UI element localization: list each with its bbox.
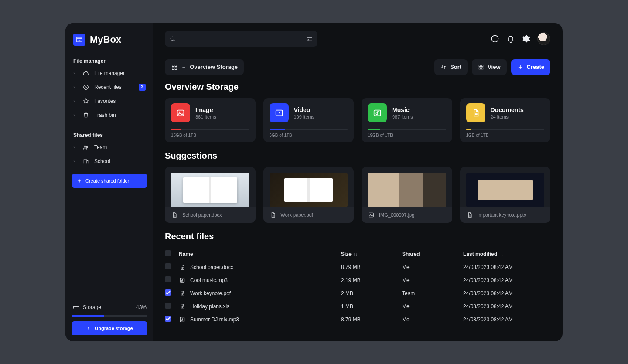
row-checkbox[interactable] (165, 289, 171, 296)
row-checkbox[interactable] (165, 276, 171, 282)
file-modified: 24/08/2023 08:42 AM (463, 316, 550, 323)
grid-icon (171, 64, 178, 71)
breadcrumb-sep: – (182, 64, 185, 70)
svg-rect-12 (481, 65, 483, 67)
suggestion-cards: School paper.docx Work paper.pdf IMG_000… (165, 167, 550, 223)
col-name[interactable]: Name↑↓ (179, 251, 341, 257)
sidebar-item-school[interactable]: › School (72, 155, 147, 168)
view-button[interactable]: View (472, 59, 506, 75)
search-input[interactable] (181, 35, 302, 42)
file-icon (368, 211, 375, 218)
sidebar-item-recent-files[interactable]: › Recent files 2 (72, 81, 147, 94)
grid-icon (478, 64, 484, 70)
file-size: 8.79 MB (341, 316, 402, 323)
table-row[interactable]: Work keynote.pdf 2 MB Team 24/08/2023 08… (165, 287, 550, 300)
row-checkbox[interactable] (165, 263, 171, 269)
suggestion-card[interactable]: Work paper.pdf (263, 167, 354, 223)
alert-icon[interactable] (490, 34, 500, 44)
suggestion-card[interactable]: Important keynote.pptx (460, 167, 551, 223)
file-icon (179, 264, 186, 271)
file-icon (270, 211, 276, 218)
row-checkbox[interactable] (165, 303, 171, 309)
table-row[interactable]: Holiday plans.xls 1 MB Me 24/08/2023 08:… (165, 300, 550, 313)
brand-icon (73, 34, 85, 46)
card-usage-bar (368, 129, 446, 130)
suggestion-card[interactable]: IMG_000007.jpg (362, 167, 452, 223)
card-usage-text: 19GB of 1TB (368, 133, 446, 138)
col-size[interactable]: Size↑↓ (341, 251, 402, 257)
storage-card[interactable]: Video 109 items 6GB of 1TB (263, 98, 354, 142)
brand-title: MyBox (90, 34, 121, 45)
file-icon (179, 290, 186, 297)
sidebar-item-favorites[interactable]: › Favorites (72, 95, 147, 108)
storage-summary: Storage 43% (72, 302, 147, 313)
svg-point-4 (310, 37, 311, 38)
table-row[interactable]: Cool music.mp3 2.19 MB Me 24/08/2023 08:… (165, 274, 550, 287)
create-button[interactable]: Create (511, 59, 550, 75)
storage-card[interactable]: Music 987 items 19GB of 1TB (362, 98, 452, 142)
file-name: School paper.docx (190, 264, 233, 270)
svg-rect-19 (369, 213, 374, 217)
select-all-checkbox[interactable] (165, 250, 171, 256)
card-icon (171, 103, 190, 122)
suggestion-thumbnail (368, 173, 446, 207)
card-usage-bar (171, 129, 249, 130)
file-icon (179, 316, 186, 323)
sidebar-item-label: Trash bin (94, 112, 116, 118)
sidebar-item-file-manager[interactable]: › File manager (72, 67, 147, 80)
card-title: Documents (491, 106, 524, 113)
sidebar-item-label: Team (94, 144, 107, 150)
gear-icon[interactable] (522, 34, 531, 44)
toolbar: – Overview Storage Sort View Create (165, 59, 550, 75)
card-icon (466, 103, 485, 122)
create-shared-folder-button[interactable]: Create shared folder (72, 174, 147, 188)
nav-shared: › Team › School (72, 141, 147, 168)
row-checkbox[interactable] (165, 316, 171, 322)
button-label: Create shared folder (85, 178, 129, 184)
storage-bar (72, 315, 147, 317)
chevron-right-icon: › (73, 99, 78, 103)
card-title: Video (294, 106, 315, 113)
nav-file-manager: › File manager › Recent files 2 › Favori… (72, 67, 147, 122)
overview-heading: Overview Storage (165, 82, 550, 92)
svg-rect-9 (172, 68, 174, 69)
sort-button[interactable]: Sort (434, 59, 468, 75)
svg-rect-15 (177, 110, 184, 116)
suggestion-name: IMG_000007.jpg (379, 212, 414, 218)
suggestion-card[interactable]: School paper.docx (165, 167, 256, 223)
svg-point-5 (308, 39, 309, 41)
overview-cards: Image 361 items 15GB of 1TB Video 109 it… (165, 98, 550, 142)
chevron-right-icon: › (73, 145, 78, 150)
building-icon (82, 157, 90, 165)
svg-rect-13 (479, 68, 481, 69)
search-box[interactable] (165, 31, 317, 47)
badge-count: 2 (139, 84, 146, 91)
suggestion-thumbnail (171, 173, 249, 207)
bell-icon[interactable] (506, 34, 515, 44)
breadcrumb[interactable]: – Overview Storage (165, 59, 244, 75)
svg-rect-7 (172, 65, 174, 66)
svg-rect-8 (175, 65, 177, 66)
card-icon (368, 103, 387, 122)
file-size: 1 MB (341, 303, 402, 310)
sidebar-item-trash-bin[interactable]: › Trash bin (72, 109, 147, 122)
file-name: Holiday plans.xls (190, 303, 229, 310)
recent-heading: Recent files (165, 231, 550, 242)
avatar[interactable] (537, 32, 550, 45)
col-modified[interactable]: Last modified↑↓ (463, 251, 550, 257)
storage-bar-fill (72, 315, 104, 317)
sidebar-item-team[interactable]: › Team (72, 141, 147, 154)
file-modified: 24/08/2023 08:42 AM (463, 290, 550, 296)
cloud-icon (82, 69, 90, 77)
file-modified: 24/08/2023 08:42 AM (463, 277, 550, 283)
table-row[interactable]: Summer DJ mix.mp3 8.79 MB Me 24/08/2023 … (165, 313, 550, 326)
svg-point-2 (86, 146, 88, 147)
filter-icon[interactable] (306, 35, 313, 42)
storage-card[interactable]: Image 361 items 15GB of 1TB (165, 98, 256, 142)
upgrade-storage-button[interactable]: Upgrade storage (72, 321, 147, 335)
storage-card[interactable]: Documents 24 items 1GB of 1TB (460, 98, 551, 142)
card-items: 987 items (392, 114, 413, 119)
col-shared[interactable]: Shared (402, 251, 463, 257)
suggestion-thumbnail (466, 173, 545, 207)
table-row[interactable]: School paper.docx 8.79 MB Me 24/08/2023 … (165, 261, 550, 274)
